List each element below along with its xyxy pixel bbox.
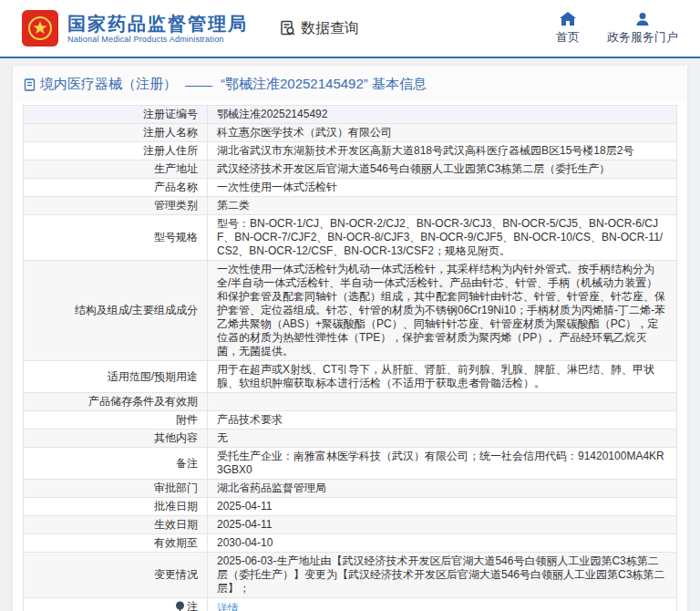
table-row: 管理类别 第二类	[24, 197, 677, 215]
details-link[interactable]: 详情	[217, 602, 239, 611]
row-label: 备注	[24, 448, 208, 480]
row-label: 型号规格	[24, 215, 208, 261]
row-label: 管理类别	[24, 197, 208, 215]
table-row: 注册人名称 科立惠尔医学技术（武汉）有限公司	[24, 124, 677, 142]
data-query-icon	[279, 19, 297, 37]
row-label: 产品储存条件及有效期	[24, 393, 208, 411]
table-row: 其他内容 无	[24, 430, 677, 448]
row-label: 注	[24, 598, 208, 611]
row-value: 2025-04-11	[208, 516, 677, 534]
table-row: 附件 产品技术要求	[24, 411, 677, 430]
table-row: 注 详情	[24, 598, 677, 611]
row-label: 审批部门	[24, 480, 208, 498]
org-title: 国家药品监督管理局	[67, 13, 248, 35]
row-label: 注册人名称	[24, 124, 208, 142]
row-label: 注册人住所	[24, 142, 208, 161]
row-value: 无	[208, 430, 677, 448]
row-value: 2030-04-10	[208, 534, 677, 553]
breadcrumb-current: “鄂械注准20252145492” 基本信息	[221, 76, 427, 93]
row-label: 变更情况	[24, 553, 208, 598]
row-label: 有效期至	[24, 534, 208, 553]
table-row: 批准日期 2025-04-11	[24, 498, 677, 516]
row-label: 注册证编号	[24, 106, 208, 124]
row-label: 结构及组成/主要组成成分	[24, 261, 208, 361]
content-card: 境内医疗器械（注册） —— “鄂械注准20252145492” 基本信息 注册证…	[13, 66, 687, 611]
row-label: 其他内容	[24, 430, 208, 448]
row-value	[208, 393, 677, 411]
row-value: 第二类	[208, 197, 677, 215]
row-value: 一次性使用一体式活检针	[208, 179, 677, 197]
breadcrumb-separator: ——	[185, 77, 212, 92]
table-row: 产品储存条件及有效期	[24, 393, 677, 411]
table-row: 有效期至 2030-04-10	[24, 534, 677, 553]
row-label: 批准日期	[24, 498, 208, 516]
row-value: 受托生产企业：南雅富林医学科技（武汉）有限公司；统一社会信用代码：9142010…	[208, 448, 677, 480]
table-row: 注册证编号 鄂械注准20252145492	[24, 106, 677, 124]
table-row: 结构及组成/主要组成成分 一次性使用一体式活检针为机动一体式活检针，其采样结构为…	[24, 261, 677, 361]
table-row: 生效日期 2025-04-11	[24, 516, 677, 534]
breadcrumb: 境内医疗器械（注册） —— “鄂械注准20252145492” 基本信息	[13, 66, 687, 101]
note-pin-icon	[175, 601, 185, 611]
row-value: 详情	[208, 598, 677, 611]
table-row: 注册人住所 湖北省武汉市东湖新技术开发区高新大道818号武汉高科医疗器械园B区1…	[24, 142, 677, 161]
note-row-label: 注	[187, 600, 198, 611]
row-value: 用于在超声或X射线、CT引导下，从肝脏、肾脏、前列腺、乳腺、脾脏、淋巴结、肺、甲…	[208, 361, 677, 393]
nav-home-label: 首页	[556, 29, 580, 46]
nav-home[interactable]: 首页	[556, 12, 580, 46]
row-value: 2025-04-11	[208, 498, 677, 516]
nmpa-brand[interactable]: 国家药品监督管理局 National Medical Products Admi…	[22, 10, 248, 47]
table-row: 产品名称 一次性使用一体式活检针	[24, 179, 677, 197]
table-row: 备注 受托生产企业：南雅富林医学科技（武汉）有限公司；统一社会信用代码：9142…	[24, 448, 677, 480]
row-value: 湖北省武汉市东湖新技术开发区高新大道818号武汉高科医疗器械园B区15号楼18层…	[208, 142, 677, 161]
row-label: 附件	[24, 411, 208, 430]
registration-info-table: 注册证编号 鄂械注准20252145492 注册人名称 科立惠尔医学技术（武汉）…	[23, 105, 677, 611]
row-label: 生效日期	[24, 516, 208, 534]
table-row: 审批部门 湖北省药品监督管理局	[24, 480, 677, 498]
row-value: 武汉经济技术开发区后官湖大道546号白领丽人工业园第C3栋第二层（委托生产）	[208, 161, 677, 179]
row-value: 鄂械注准20252145492	[208, 106, 677, 124]
data-query-label: 数据查询	[301, 19, 359, 38]
nav-gov-portal[interactable]: 政务服务门户	[607, 12, 678, 46]
row-value: 一次性使用一体式活检针为机动一体式活检针，其采样结构为内针外管式。按手柄结构分为…	[208, 261, 677, 361]
row-label: 适用范围/预期用途	[24, 361, 208, 393]
row-label: 产品名称	[24, 179, 208, 197]
document-icon	[24, 78, 36, 91]
row-value: 型号：BN-OCR-1/CJ、BN-OCR-2/CJ2、BN-OCR-3/CJ3…	[208, 215, 677, 261]
data-query-button[interactable]: 数据查询	[279, 19, 359, 38]
row-value: 2025-06-03-生产地址由【武汉经济技术开发区后官湖大道546号白领丽人工…	[208, 553, 677, 598]
national-emblem-logo	[22, 10, 58, 47]
top-header: 国家药品监督管理局 National Medical Products Admi…	[0, 0, 700, 57]
row-value: 湖北省药品监督管理局	[208, 480, 677, 498]
breadcrumb-section[interactable]: 境内医疗器械（注册）	[40, 76, 177, 93]
row-value: 科立惠尔医学技术（武汉）有限公司	[208, 124, 677, 142]
org-title-en: National Medical Products Administration	[67, 35, 248, 44]
home-icon	[560, 12, 576, 26]
row-label: 生产地址	[24, 161, 208, 179]
top-navigation: 首页 政务服务门户	[556, 12, 678, 46]
table-row: 适用范围/预期用途 用于在超声或X射线、CT引导下，从肝脏、肾脏、前列腺、乳腺、…	[24, 361, 677, 393]
table-row: 型号规格 型号：BN-OCR-1/CJ、BN-OCR-2/CJ2、BN-OCR-…	[24, 215, 677, 261]
nav-gov-portal-label: 政务服务门户	[607, 29, 678, 46]
header-divider	[0, 57, 700, 58]
user-icon	[635, 12, 650, 26]
emblem-icon	[26, 15, 54, 42]
table-row: 变更情况 2025-06-03-生产地址由【武汉经济技术开发区后官湖大道546号…	[24, 553, 677, 598]
row-value: 产品技术要求	[208, 411, 677, 430]
table-row: 生产地址 武汉经济技术开发区后官湖大道546号白领丽人工业园第C3栋第二层（委托…	[24, 161, 677, 179]
